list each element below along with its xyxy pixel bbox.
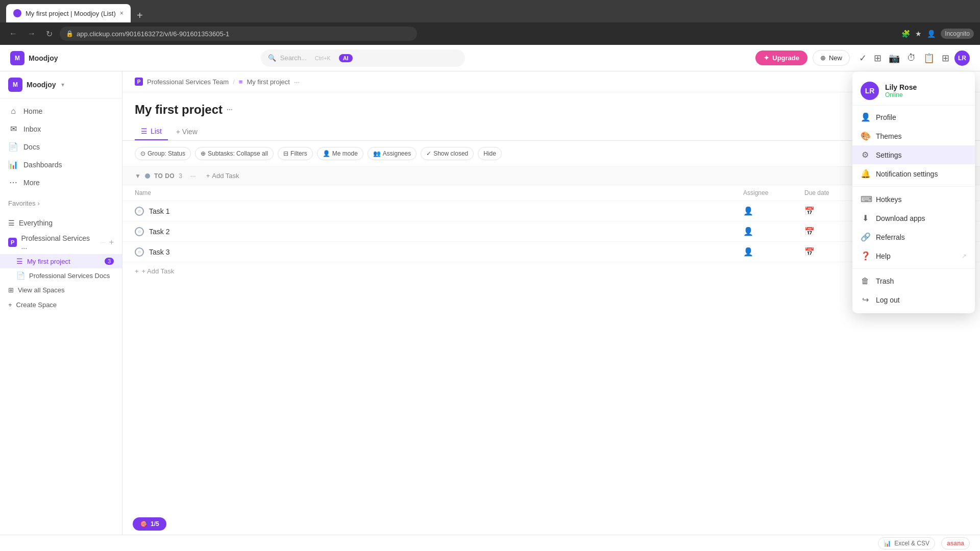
show-closed-icon: ✓	[426, 150, 431, 157]
browser-action-icons: 🧩 ★ 👤 Incognito	[901, 29, 974, 39]
ps-add-icon[interactable]: +	[109, 238, 114, 247]
add-view-button[interactable]: + View	[170, 123, 204, 140]
sidebar-item-docs[interactable]: 📄 Docs	[0, 138, 122, 156]
docs-icon: 📄	[8, 142, 18, 152]
filters-button[interactable]: ⊟ Filters	[278, 147, 313, 160]
global-search-bar[interactable]: 🔍 Search... Ctrl+K AI	[261, 49, 465, 67]
show-closed-button[interactable]: ✓ Show closed	[421, 147, 474, 160]
tab-list[interactable]: ☰ List	[135, 123, 168, 140]
checkmark-icon[interactable]: ✓	[859, 53, 867, 64]
dropdown-notification-settings-item[interactable]: 🔔 Notification settings	[852, 164, 975, 183]
doc-icon[interactable]: 📋	[923, 53, 935, 64]
clock-icon[interactable]: ⊞	[874, 53, 881, 64]
incognito-label[interactable]: Incognito	[941, 29, 974, 39]
group-toggle-icon[interactable]: ▼	[135, 172, 141, 180]
status-dot-icon	[145, 173, 150, 179]
view-all-spaces-button[interactable]: ⊞ View all Spaces	[0, 283, 122, 297]
group-status-label: Group: Status	[148, 150, 185, 157]
extensions-icon[interactable]: 🧩	[901, 30, 910, 38]
trash-icon: 🗑	[861, 277, 870, 286]
timer-icon[interactable]: ⏱	[907, 53, 916, 63]
sidebar-item-inbox[interactable]: ✉ Inbox	[0, 120, 122, 138]
task2-status-icon[interactable]: ○	[135, 227, 144, 236]
task-row[interactable]: ○ Task 1 👤 📅 🚩 💬	[122, 201, 980, 221]
tab-close-button[interactable]: ×	[120, 10, 124, 17]
grid-icon[interactable]: ⊞	[942, 53, 949, 64]
user-avatar-button[interactable]: LR	[954, 51, 970, 66]
referrals-icon: 🔗	[861, 232, 870, 242]
group-count: 3	[179, 172, 182, 180]
everything-label: Everything	[19, 219, 53, 227]
sidebar-nav: ⌂ Home ✉ Inbox 📄 Docs 📊 Dashboards ⋯ Mor…	[0, 98, 122, 195]
dropdown-settings-item[interactable]: ⚙ Settings	[852, 145, 975, 164]
dropdown-trash-item[interactable]: 🗑 Trash	[852, 272, 975, 290]
asana-import[interactable]: asana	[941, 537, 970, 549]
dropdown-referrals-item[interactable]: 🔗 Referrals	[852, 228, 975, 246]
hide-button[interactable]: Hide	[478, 147, 502, 160]
add-task-button[interactable]: + + Add Task	[122, 262, 980, 280]
group-status-filter[interactable]: ⊙ Group: Status	[135, 147, 191, 160]
gamification-badge[interactable]: 🎯 1/5	[133, 517, 166, 531]
forward-button[interactable]: →	[24, 27, 39, 40]
add-task-inline-button[interactable]: + Add Task	[206, 172, 239, 180]
page-title-more-button[interactable]: ···	[227, 106, 233, 114]
task3-calendar-icon: 📅	[804, 247, 815, 257]
task-row[interactable]: ○ Task 3 👤 📅 🚩 💬	[122, 242, 980, 262]
sidebar-item-ps-docs[interactable]: 📄 Professional Services Docs	[0, 268, 122, 283]
bookmark-icon[interactable]: ★	[915, 30, 922, 38]
camera-icon[interactable]: 📷	[889, 53, 900, 64]
ai-badge[interactable]: AI	[339, 54, 353, 62]
sidebar-item-more[interactable]: ⋯ More	[0, 173, 122, 191]
upgrade-button[interactable]: ✦ Upgrade	[755, 51, 807, 65]
subtasks-filter[interactable]: ⊕ Subtasks: Collapse all	[195, 147, 274, 160]
plus-icon: ⊕	[820, 54, 826, 62]
dropdown-logout-item[interactable]: ↪ Log out	[852, 290, 975, 309]
breadcrumb-more-button[interactable]: ···	[294, 78, 300, 86]
favorites-section[interactable]: Favorites ›	[0, 195, 122, 211]
sidebar-item-everything[interactable]: ☰ Everything	[0, 215, 122, 231]
new-button[interactable]: ⊕ New	[813, 50, 850, 66]
new-tab-button[interactable]: +	[133, 8, 147, 22]
excel-csv-import[interactable]: 📊 Excel & CSV	[878, 537, 935, 549]
dropdown-help-item[interactable]: ❓ Help ↗	[852, 246, 975, 265]
refresh-button[interactable]: ↻	[43, 27, 56, 41]
add-task-inline-label: Add Task	[212, 172, 239, 180]
task2-calendar-icon: 📅	[804, 227, 815, 236]
back-button[interactable]: ←	[6, 27, 20, 40]
task3-status-icon[interactable]: ○	[135, 247, 144, 257]
dropdown-download-apps-item[interactable]: ⬇ Download apps	[852, 209, 975, 228]
assignees-button[interactable]: 👥 Assignees	[368, 147, 416, 160]
sidebar-item-my-first-project[interactable]: ☰ My first project 3	[0, 254, 122, 268]
task1-name: Task 1	[149, 207, 743, 215]
task1-status-icon[interactable]: ○	[135, 207, 144, 216]
dropdown-profile-item[interactable]: 👤 Profile	[852, 108, 975, 127]
task1-assignee-cell[interactable]: 👤	[743, 206, 804, 216]
breadcrumb-space[interactable]: Professional Services Team	[147, 78, 229, 86]
ps-label: Professional Services ...	[21, 234, 95, 251]
breadcrumb-list[interactable]: My first project	[247, 78, 290, 86]
sidebar-item-professional-services[interactable]: P Professional Services ... ··· +	[0, 231, 122, 254]
view-tabs: ☰ List + View	[122, 117, 980, 141]
ps-more-icon[interactable]: ···	[100, 239, 105, 245]
breadcrumb-space-icon: P	[135, 78, 143, 86]
workspace-chevron-icon[interactable]: ▾	[61, 81, 64, 88]
sidebar-item-home[interactable]: ⌂ Home	[0, 103, 122, 120]
sidebar-item-dashboards[interactable]: 📊 Dashboards	[0, 156, 122, 173]
dropdown-themes-item[interactable]: 🎨 Themes	[852, 127, 975, 145]
task3-assignee-cell[interactable]: 👤	[743, 247, 804, 257]
user-profile-icon[interactable]: 👤	[927, 30, 936, 38]
task1-calendar-icon: 📅	[804, 206, 815, 216]
search-shortcut: Ctrl+K	[315, 55, 331, 61]
me-mode-button[interactable]: 👤 Me mode	[317, 147, 363, 160]
task-row[interactable]: ○ Task 2 👤 📅 🚩 💬	[122, 221, 980, 242]
task2-name: Task 2	[149, 228, 743, 236]
everything-icon: ☰	[8, 219, 15, 227]
dropdown-hotkeys-item[interactable]: ⌨ Hotkeys	[852, 190, 975, 209]
active-tab[interactable]: My first project | Moodjoy (List) ×	[6, 4, 131, 22]
address-bar[interactable]: 🔒 app.clickup.com/9016163272/v/l/6-90160…	[60, 27, 417, 41]
breadcrumb-list-icon: ≡	[239, 78, 243, 86]
hotkeys-icon: ⌨	[861, 194, 870, 204]
create-space-button[interactable]: + Create Space	[0, 297, 122, 312]
task2-assignee-cell[interactable]: 👤	[743, 227, 804, 236]
group-more-button[interactable]: ···	[190, 172, 196, 180]
